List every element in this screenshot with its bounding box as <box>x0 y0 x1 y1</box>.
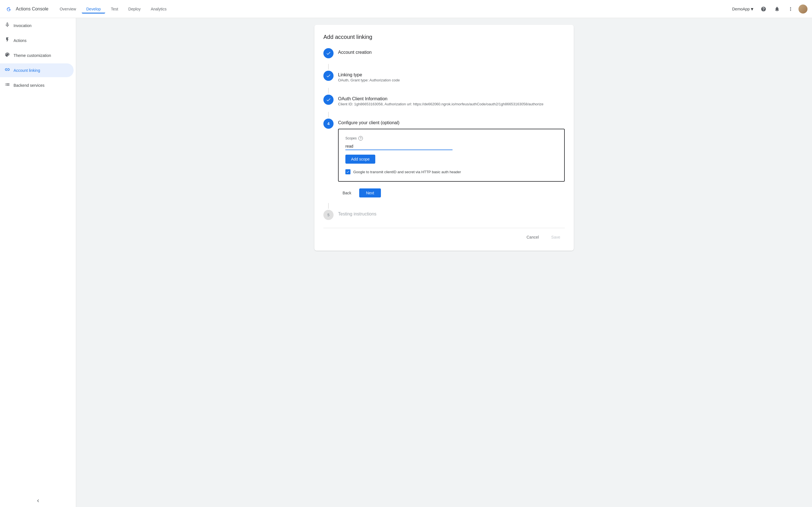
step-4-title: Configure your client (optional) <box>338 120 565 125</box>
nav-deploy[interactable]: Deploy <box>124 4 145 13</box>
sidebar-item-invocation[interactable]: Invocation <box>0 18 73 33</box>
nav-analytics[interactable]: Analytics <box>146 4 171 13</box>
step-configure-client: 4 Configure your client (optional) Scope… <box>323 119 565 198</box>
step-5-icon: 5 <box>323 210 334 220</box>
sidebar-collapse-button[interactable] <box>0 495 76 507</box>
google-logo-icon <box>4 5 13 13</box>
save-button: Save <box>547 233 565 242</box>
help-button[interactable] <box>758 3 769 15</box>
nav-overview[interactable]: Overview <box>55 4 81 13</box>
step-testing-instructions: 5 Testing instructions <box>323 210 565 220</box>
step-3-content: OAuth Client Information Client ID: 1gh8… <box>338 95 565 106</box>
chevron-left-icon <box>35 498 41 504</box>
nav-links: Overview Develop Test Deploy Analytics <box>55 4 728 13</box>
sidebar-item-label-backend-services: Backend services <box>13 83 45 88</box>
avatar[interactable] <box>799 4 808 13</box>
step-1-title: Account creation <box>338 50 565 55</box>
step-account-creation: Account creation <box>323 48 565 58</box>
step-2-content: Linking type OAuth, Grant type: Authoriz… <box>338 71 565 82</box>
next-button[interactable]: Next <box>359 188 381 198</box>
page-title: Add account linking <box>323 34 565 40</box>
selected-app-name: DemoApp <box>732 7 750 11</box>
basic-auth-label: Google to transmit clientID and secret v… <box>353 170 461 174</box>
logo-area: Actions Console <box>4 5 49 13</box>
connector-3-4 <box>328 112 329 117</box>
sidebar-item-label-actions: Actions <box>13 38 27 43</box>
notifications-button[interactable] <box>771 3 783 15</box>
step-2-subtitle: OAuth, Grant type: Authorization code <box>338 78 565 82</box>
add-scope-button[interactable]: Add scope <box>345 155 375 164</box>
scopes-label-text: Scopes <box>345 136 357 140</box>
main-content: Add account linking Account creation Lin… <box>76 18 812 507</box>
nav-develop[interactable]: Develop <box>82 4 105 13</box>
step-4-buttons: Back Next <box>338 188 565 198</box>
basic-auth-checkbox[interactable] <box>345 169 350 174</box>
step-3-icon <box>323 95 334 105</box>
scopes-label-row: Scopes ? <box>345 136 557 140</box>
palette-icon <box>4 52 10 59</box>
svg-point-0 <box>4 5 13 13</box>
step-2-title: Linking type <box>338 72 565 77</box>
link-icon <box>4 67 10 74</box>
sidebar-item-backend-services[interactable]: Backend services <box>0 78 73 92</box>
step-5-content: Testing instructions <box>338 210 565 217</box>
basic-auth-row: Google to transmit clientID and secret v… <box>345 169 557 174</box>
bolt-icon <box>4 37 10 44</box>
checkbox-check-icon <box>346 170 350 173</box>
top-nav-right: DemoApp ▾ <box>730 3 808 15</box>
nav-test[interactable]: Test <box>106 4 123 13</box>
check-icon-3 <box>326 97 331 102</box>
help-circle-icon <box>761 6 766 12</box>
app-selector[interactable]: DemoApp ▾ <box>730 5 756 13</box>
step-4-content: Configure your client (optional) Scopes … <box>338 119 565 198</box>
mic-icon <box>4 22 10 29</box>
body-wrap: Invocation Actions Theme customization A… <box>0 18 812 507</box>
list-icon <box>4 82 10 89</box>
sidebar-item-theme[interactable]: Theme customization <box>0 48 73 62</box>
more-vert-icon <box>788 6 794 12</box>
top-nav: Actions Console Overview Develop Test De… <box>0 0 812 18</box>
step-2-icon <box>323 71 334 81</box>
connector-1-2 <box>328 64 329 69</box>
step-3-subtitle: Client ID: 1gh86653163058, Authorization… <box>338 102 565 106</box>
chevron-down-icon: ▾ <box>751 6 753 12</box>
check-icon-1 <box>326 51 331 56</box>
scopes-box: Scopes ? Add scope Google to transmit cl… <box>338 129 565 182</box>
step-5-title: Testing instructions <box>338 212 565 217</box>
step-1-content: Account creation <box>338 48 565 55</box>
bell-icon <box>774 6 780 12</box>
connector-2-3 <box>328 88 329 94</box>
check-icon-2 <box>326 73 331 78</box>
sidebar-item-label-theme: Theme customization <box>13 53 51 58</box>
card-footer: Cancel Save <box>323 228 565 242</box>
app-title: Actions Console <box>16 6 49 11</box>
scopes-help-icon[interactable]: ? <box>358 136 363 140</box>
sidebar: Invocation Actions Theme customization A… <box>0 18 76 507</box>
sidebar-item-account-linking[interactable]: Account linking <box>0 63 73 77</box>
step-4-icon: 4 <box>323 119 334 129</box>
back-button[interactable]: Back <box>338 188 356 198</box>
step-1-icon <box>323 48 334 58</box>
account-linking-card: Add account linking Account creation Lin… <box>314 25 574 251</box>
sidebar-item-label-account-linking: Account linking <box>13 68 40 73</box>
sidebar-item-label-invocation: Invocation <box>13 23 32 28</box>
more-options-button[interactable] <box>785 3 796 15</box>
step-3-title: OAuth Client Information <box>338 96 565 101</box>
scope-input[interactable] <box>345 143 453 150</box>
connector-4-5 <box>328 203 329 209</box>
cancel-button[interactable]: Cancel <box>522 233 543 242</box>
sidebar-item-actions[interactable]: Actions <box>0 34 73 47</box>
step-oauth-client: OAuth Client Information Client ID: 1gh8… <box>323 95 565 106</box>
step-linking-type: Linking type OAuth, Grant type: Authoriz… <box>323 71 565 82</box>
